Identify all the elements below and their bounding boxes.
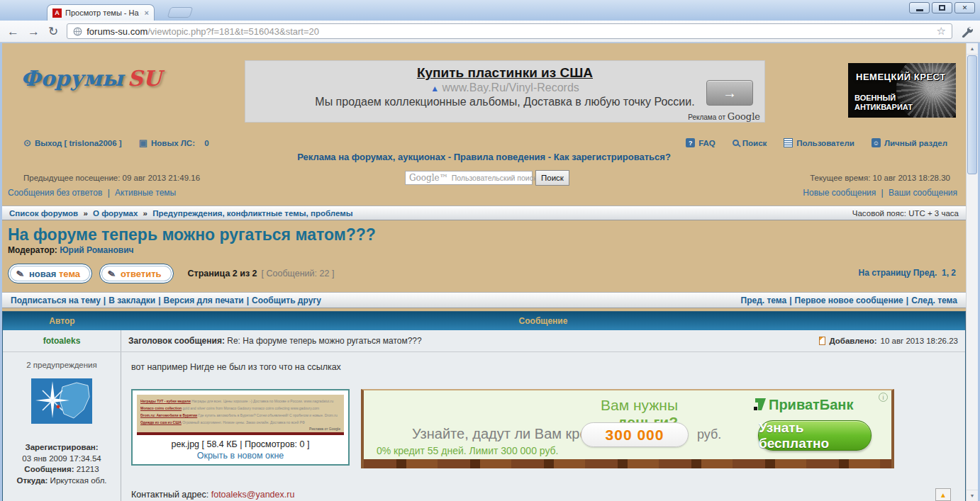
pm-icon: ▣ [139, 138, 147, 147]
author-column-header: Автор [3, 312, 121, 330]
wrench-menu-icon[interactable] [961, 26, 973, 38]
thumb-ad-line: Одежда из сша из США Огромный ассортимен… [140, 419, 340, 426]
minimize-icon [916, 9, 923, 11]
post-message-cell: вот например Нигде не был из того что на… [121, 352, 965, 501]
contact-email-link[interactable]: fotoaleks@yandex.ru [211, 490, 295, 500]
subscribe-link[interactable]: Подписаться на тему [11, 295, 101, 305]
google-ad-arrow-button[interactable]: → [706, 80, 753, 106]
ucp-link[interactable]: ☺Личный раздел [872, 138, 947, 147]
page-number-text: Страница 2 из 2 [188, 269, 257, 278]
sponsor-prefix: Реклама от [688, 113, 725, 121]
scroll-down-icon[interactable]: ▼ [967, 490, 978, 501]
breadcrumb-category[interactable]: О форумах [93, 209, 138, 218]
page-links[interactable]: 1, 2 [942, 268, 956, 278]
back-icon[interactable]: ← [7, 26, 19, 38]
bookmark-star-icon[interactable]: ☆ [937, 25, 946, 38]
google-ad-url-text: www.Bay.Ru/Vinyl-Records [442, 81, 579, 94]
banner-line2-3: ВОЕННЫЙАНТИКВАРИАТ [854, 94, 913, 112]
members-icon [784, 138, 793, 147]
thumb-ad-line: Monaco coins collection gold and silver … [140, 405, 340, 412]
moderator-line: Модератор: Юрий Романович [8, 245, 966, 255]
reply-label: ответить [121, 269, 162, 279]
new-posts-link[interactable]: Новые сообщения [803, 188, 876, 198]
faq-link[interactable]: ?FAQ [686, 138, 715, 147]
page-scrollbar[interactable]: ▲ ▼ [966, 43, 978, 501]
back-to-top-button[interactable]: ▲ [935, 488, 951, 501]
antiques-banner[interactable]: НЕМЕЦКИЙ КРЕСТ ВОЕННЫЙАНТИКВАРИАТ [848, 63, 956, 118]
topic-header: На форуме теперь можно ругаться матом???… [2, 220, 966, 255]
attachment-open-link[interactable]: Окрыть в новом окне [197, 451, 284, 461]
logout-link[interactable]: ⊙Выход [ trislona2006 ] [23, 138, 122, 147]
topic-controls: ✎ новая тема ✎ ответить Страница 2 из 2[… [2, 255, 966, 283]
actions-right: Пред. тема|Первое новое сообщение|След. … [741, 295, 957, 305]
new-pm-label: Новых ЛС: [151, 139, 195, 147]
unanswered-link[interactable]: Сообщения без ответов [8, 188, 102, 198]
post-author-sidebar: 2 предупреждения Зарегистрирован: 03 янв… [3, 352, 121, 501]
actions-left: Подписаться на тему|В закладки|Версия дл… [11, 295, 321, 305]
logo-part1: Форумы [21, 66, 123, 91]
banner-line1: НЕМЕЦКИЙ КРЕСТ [856, 72, 946, 82]
globe-icon [73, 27, 82, 36]
logout-label: Выход [ trislona2006 ] [35, 139, 122, 147]
breadcrumb-forum[interactable]: Предупреждения, конфликтные темы, пробле… [152, 209, 352, 218]
google-ad-url[interactable]: ▲ www.Bay.Ru/Vinyl-Records [245, 81, 764, 94]
pipe-sep: | [789, 295, 791, 305]
new-pm-count: 0 [204, 139, 208, 147]
prev-page-link[interactable]: Пред. [913, 268, 937, 278]
next-topic-link[interactable]: След. тема [911, 295, 957, 305]
browser-titlebar: A Просмотр темы - На форуме × ✕ [0, 0, 980, 21]
reply-button[interactable]: ✎ ответить [99, 264, 174, 283]
address-bar[interactable]: forums-su.com/viewtopic.php?f=181&t=5160… [67, 23, 952, 39]
google-ad-title[interactable]: Купить пластинки из США [245, 65, 764, 81]
ad-info-icon[interactable]: i [879, 393, 888, 402]
maximize-button[interactable] [932, 2, 952, 13]
search-link[interactable]: Поиск [733, 138, 767, 147]
email-link[interactable]: Сообщить другу [252, 295, 321, 305]
message-column-header: Сообщение [121, 312, 965, 330]
tab-close-icon[interactable]: × [145, 9, 149, 17]
warnings-text: 2 предупреждения [3, 361, 121, 369]
browser-window: A Просмотр темы - На форуме × ✕ ← → ↻ fo… [0, 0, 980, 501]
new-topic-button[interactable]: ✎ новая тема [8, 264, 92, 283]
faq-icon: ? [686, 138, 695, 147]
your-posts-link[interactable]: Ваши сообщения [889, 188, 957, 198]
credit-amount-field[interactable]: 300 000 [581, 422, 689, 447]
scroll-up-icon[interactable]: ▲ [967, 43, 978, 55]
post-author-name[interactable]: fotoaleks [3, 330, 121, 351]
topic-actions-bar: Подписаться на тему|В закладки|Версия дл… [2, 292, 966, 308]
browser-tab[interactable]: A Просмотр темы - На форуме × [47, 4, 155, 21]
new-tab-button[interactable] [167, 7, 194, 18]
forward-icon[interactable]: → [28, 26, 40, 38]
search-input[interactable]: Google™ Пользовательский поиск [405, 171, 533, 185]
members-link[interactable]: Пользователи [784, 138, 854, 147]
google-ad-banner[interactable]: Купить пластинки из США ▲ www.Bay.Ru/Vin… [245, 60, 765, 123]
promo-link-2[interactable]: Правила поведения [454, 152, 545, 162]
site-logo[interactable]: ФорумыSU [21, 66, 162, 91]
first-unread-link[interactable]: Первое новое сообщение [795, 295, 903, 305]
search-submit-button[interactable]: Поиск [535, 170, 569, 186]
contact-line: Контактный адрес: fotoaleks@yandex.ru [131, 490, 955, 500]
promo-link-3[interactable]: Как зарегистрироваться? [554, 152, 671, 162]
wood-frame [364, 459, 891, 468]
minimize-button[interactable] [909, 2, 930, 13]
page-viewport: ФорумыSU Купить пластинки из США ▲ www.B… [2, 43, 978, 501]
reload-icon[interactable]: ↻ [48, 26, 58, 38]
active-topics-link[interactable]: Активные темы [115, 188, 176, 198]
close-button[interactable]: ✕ [954, 2, 975, 13]
new-pm-link[interactable]: ▣Новых ЛС: 0 [139, 138, 209, 147]
thumb-ad-link: Награды ТУТ - кубки медали [140, 399, 191, 403]
close-icon: ✕ [962, 4, 968, 11]
attachment-thumbnail[interactable]: Награды ТУТ - кубки медали Награды для в… [137, 395, 344, 435]
find-out-button[interactable]: Узнать бесплатно [758, 420, 872, 451]
moderator-link[interactable]: Юрий Романович [60, 245, 133, 255]
bookmark-link[interactable]: В закладки [108, 295, 155, 305]
promo-link-1[interactable]: Реклама на форумах, аукционах [297, 152, 445, 162]
prev-topic-link[interactable]: Пред. тема [741, 295, 787, 305]
registered-label: Зарегистрирован: [25, 443, 98, 451]
print-link[interactable]: Версия для печати [164, 295, 244, 305]
breadcrumb-forums[interactable]: Список форумов [9, 209, 78, 218]
privatbank-ad[interactable]: Вам нужны деньги? ПриватБанк i [361, 389, 894, 468]
site-header: ФорумыSU Купить пластинки из США ▲ www.B… [2, 43, 966, 135]
scrollbar-thumb[interactable] [967, 55, 977, 174]
posts-value: 21213 [77, 465, 99, 473]
